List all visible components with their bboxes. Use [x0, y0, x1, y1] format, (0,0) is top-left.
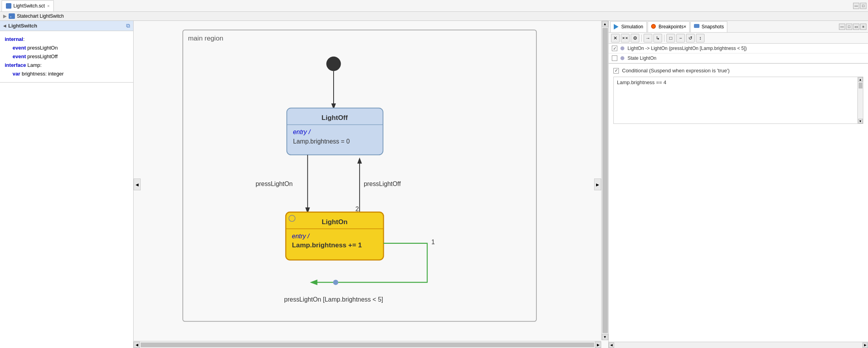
event1-name: pressLightOn	[28, 45, 58, 51]
breakpoints-toolbar: ✕ ✕✕ ⚙ → ↳ □ − ↺ ↕	[609, 33, 868, 44]
snapshots-icon	[694, 24, 699, 29]
outline-header-left: ◀ LightSwitch	[3, 23, 37, 29]
outline-title: LightSwitch	[8, 23, 37, 29]
outline-collapse-icon[interactable]: ◀	[3, 24, 6, 28]
right-maximize-button[interactable]: □	[846, 24, 852, 30]
press-on-label: pressLightOn	[255, 180, 292, 187]
snapshots-tab-label: Snapshots	[701, 24, 724, 29]
bp-refresh-button[interactable]: ↺	[686, 34, 695, 42]
conditional-scrollbar[interactable]: ▲ ▼	[857, 77, 863, 123]
conditional-label: Conditional (Suspend when expression is …	[622, 68, 730, 74]
snapshots-tab[interactable]: Snapshots	[690, 21, 727, 32]
event2-line: event pressLightOff	[5, 52, 128, 61]
scroll-down-button[interactable]: ▼	[602, 334, 608, 340]
right-scroll-left[interactable]: ◀	[609, 342, 614, 348]
conditional-checkbox[interactable]	[613, 68, 619, 74]
bp-text-1: LightOn -> LightOn (pressLightOn [Lamp.b…	[628, 46, 747, 51]
bp-delete-button[interactable]: ✕	[611, 34, 620, 42]
bp-state-indicator-2	[620, 56, 624, 60]
bp-checkbox-2[interactable]	[612, 55, 617, 61]
bp-settings-button[interactable]: ⚙	[631, 34, 639, 42]
var-keyword: var	[13, 71, 20, 77]
simulation-icon	[614, 24, 619, 29]
left-collapse-button[interactable]: ◀	[134, 179, 141, 190]
simulation-tab-label: Simulation	[621, 24, 643, 29]
breakpoints-icon	[651, 24, 657, 29]
var-line: var brightness: integer	[5, 70, 128, 78]
vertical-scrollbar[interactable]: ▲ ▼	[601, 21, 608, 340]
interface-line: interface Lamp:	[5, 61, 128, 70]
right-restore-button[interactable]: ▭	[853, 24, 859, 30]
event1-keyword: event	[13, 45, 26, 51]
simulation-tab[interactable]: Simulation	[610, 21, 647, 32]
bp-delete-all-button[interactable]: ✕✕	[621, 34, 629, 42]
lightswitch-tab[interactable]: LightSwitch.sct ×	[2, 0, 54, 11]
interface-keyword: interface	[5, 62, 26, 68]
bp-stepinto-button[interactable]: ↳	[653, 34, 662, 42]
expand-arrow-icon[interactable]: ▶	[3, 13, 7, 19]
conditional-expression-box[interactable]: Lamp.brightness == 4 ▲ ▼	[613, 77, 863, 124]
scroll-right-button[interactable]: ▶	[595, 342, 601, 348]
press-off-num: 2	[356, 206, 359, 212]
self-loop-num: 1	[431, 239, 435, 245]
interface-name: Lamp:	[28, 62, 42, 68]
bp-remove-button[interactable]: −	[676, 34, 685, 42]
breakpoints-tab-close[interactable]: ×	[683, 24, 686, 29]
breakpoint-item-2[interactable]: State LightOn	[609, 53, 868, 63]
maximize-button[interactable]: □	[860, 3, 866, 9]
outline-header: ◀ LightSwitch ⧉	[0, 21, 133, 31]
lighton-entry-label: entry /	[292, 233, 310, 239]
lighton-action: Lamp.brightness += 1	[292, 241, 362, 249]
self-loop-label: pressLightOn [Lamp.brightness < 5]	[284, 296, 383, 303]
conditional-expression: Lamp.brightness == 4	[617, 79, 666, 85]
sct-file-icon	[6, 3, 11, 9]
bp-step-button[interactable]: →	[644, 34, 652, 42]
outline-settings-icon[interactable]: ⧉	[126, 22, 130, 29]
bp-sort-button[interactable]: ↕	[696, 34, 705, 42]
minimize-button[interactable]: —	[853, 3, 859, 9]
right-minimize-button[interactable]: —	[839, 24, 845, 30]
code-area: internal: event pressLightOn event press…	[0, 31, 133, 82]
breakpoints-tab[interactable]: Breakpoints ×	[648, 21, 690, 32]
tab-bar: LightSwitch.sct × — □	[0, 0, 868, 12]
right-collapse-button[interactable]: ▶	[594, 179, 601, 190]
cond-scroll-up[interactable]: ▲	[858, 77, 863, 82]
diagram-panel: ◀ ▶ ▲ ▼ ◀ ▶ main region LightOf	[134, 21, 609, 348]
scroll-thumb-v[interactable]	[602, 28, 608, 333]
cond-scroll-down[interactable]: ▼	[858, 119, 863, 123]
bp-add-button[interactable]: □	[666, 34, 675, 42]
event1-line: event pressLightOn	[5, 44, 128, 52]
bp-checkbox-1[interactable]	[612, 46, 617, 51]
scroll-thumb-h[interactable]	[141, 342, 594, 347]
statechart-header: ▶ Statechart LightSwitch	[0, 12, 868, 21]
right-menu-button[interactable]: ≡	[860, 24, 866, 30]
window-controls: — □	[853, 3, 866, 9]
var-decl: brightness: integer	[22, 71, 64, 77]
bp-state-indicator-1	[620, 46, 624, 50]
lightoff-title: LightOff	[321, 114, 348, 122]
scroll-left-button[interactable]: ◀	[134, 342, 140, 348]
right-horizontal-scrollbar[interactable]: ◀ ▶	[609, 342, 868, 348]
region-label: main region	[188, 34, 223, 42]
lighton-title: LightOn	[322, 218, 348, 226]
breakpoint-item-1[interactable]: LightOn -> LightOn (pressLightOn [Lamp.b…	[609, 44, 868, 53]
internal-keyword: internal	[5, 36, 23, 42]
tab-title: LightSwitch.sct	[13, 3, 45, 9]
horizontal-scrollbar[interactable]: ◀ ▶	[134, 341, 601, 348]
toolbar-separator-2	[664, 35, 664, 42]
breakpoints-list: LightOn -> LightOn (pressLightOn [Lamp.b…	[609, 44, 868, 64]
outline-panel: ◀ LightSwitch ⧉ internal: event pressLig…	[0, 21, 133, 83]
event2-name: pressLightOff	[28, 53, 58, 59]
right-window-controls: — □ ▭ ≡	[839, 24, 866, 30]
breakpoints-tab-label: Breakpoints	[659, 24, 683, 29]
statechart-diagram: main region LightOff entry / Lamp.bright…	[138, 25, 597, 337]
left-panel: ◀ LightSwitch ⧉ internal: event pressLig…	[0, 21, 134, 348]
lightoff-action: Lamp.brightness = 0	[293, 138, 350, 145]
tab-close-button[interactable]: ×	[47, 4, 50, 8]
right-scroll-right[interactable]: ▶	[862, 342, 868, 348]
statechart-icon	[9, 13, 15, 19]
cond-scroll-thumb[interactable]	[859, 83, 862, 88]
scroll-up-button[interactable]: ▲	[602, 21, 608, 27]
press-off-label: pressLightOff	[364, 180, 401, 187]
main-layout: ◀ LightSwitch ⧉ internal: event pressLig…	[0, 21, 868, 348]
